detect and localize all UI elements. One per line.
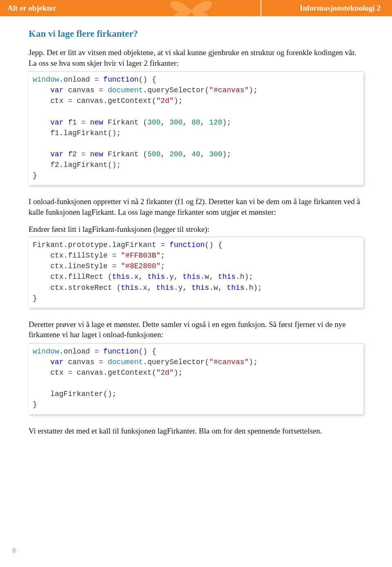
- paragraph-1: Jepp. Det er litt av vitsen med objekten…: [29, 47, 363, 68]
- paragraph-5: Vi erstatter det med et kall til funksjo…: [29, 426, 363, 436]
- code-block-1: window.onload = function() { var canvas …: [29, 71, 363, 185]
- page-number: 8: [12, 547, 16, 555]
- page-header: Alt er objekter Informasjonsteknologi 2: [0, 0, 392, 16]
- header-divider: [261, 0, 261, 16]
- page-content: Kan vi lage flere firkanter? Jepp. Det e…: [0, 16, 392, 436]
- code-block-3: window.onload = function() { var canvas …: [29, 343, 363, 414]
- code-block-2: Firkant.prototype.lagFirkant = function(…: [29, 237, 363, 308]
- header-right-title: Informasjonsteknologi 2: [300, 4, 381, 13]
- paragraph-3: Endrer først litt i lagFirkant-funksjone…: [29, 224, 363, 235]
- section-title: Kan vi lage flere firkanter?: [29, 29, 363, 39]
- paragraph-4: Deretter prøver vi å lage et mønster. De…: [29, 319, 363, 340]
- paragraph-2: I onload-funksjonen oppretter vi nå 2 fi…: [29, 196, 363, 217]
- header-left-title: Alt er objekter: [7, 4, 56, 13]
- butterfly-decoration: [167, 0, 216, 16]
